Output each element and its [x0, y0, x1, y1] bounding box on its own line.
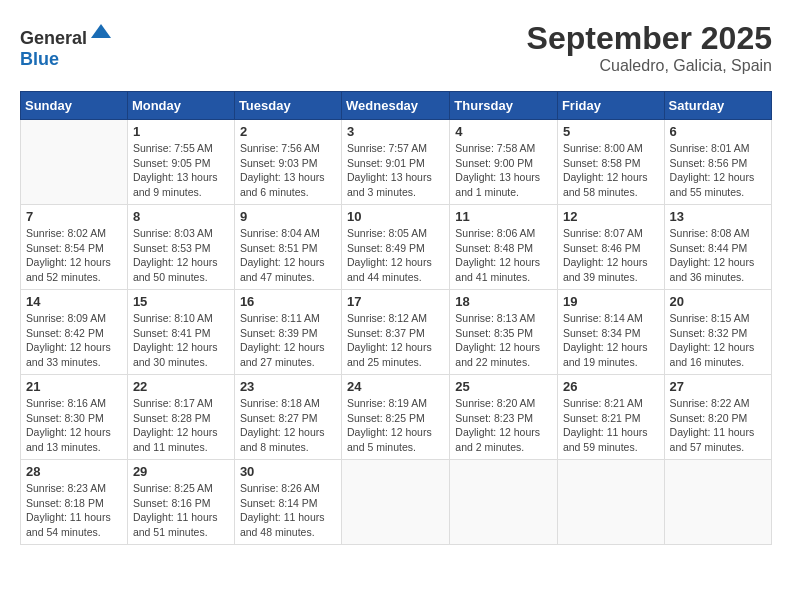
day-number: 27	[670, 379, 766, 394]
logo-icon	[89, 20, 113, 44]
day-info: Sunrise: 7:55 AMSunset: 9:05 PMDaylight:…	[133, 141, 229, 200]
day-number: 7	[26, 209, 122, 224]
calendar-cell: 6Sunrise: 8:01 AMSunset: 8:56 PMDaylight…	[664, 120, 771, 205]
day-number: 9	[240, 209, 336, 224]
day-number: 6	[670, 124, 766, 139]
calendar-cell: 17Sunrise: 8:12 AMSunset: 8:37 PMDayligh…	[342, 290, 450, 375]
day-number: 2	[240, 124, 336, 139]
page-header: General Blue September 2025 Cualedro, Ga…	[20, 20, 772, 75]
calendar-cell: 2Sunrise: 7:56 AMSunset: 9:03 PMDaylight…	[234, 120, 341, 205]
day-number: 28	[26, 464, 122, 479]
logo-blue: Blue	[20, 49, 59, 69]
day-info: Sunrise: 8:22 AMSunset: 8:20 PMDaylight:…	[670, 396, 766, 455]
calendar-cell: 3Sunrise: 7:57 AMSunset: 9:01 PMDaylight…	[342, 120, 450, 205]
day-number: 20	[670, 294, 766, 309]
day-number: 19	[563, 294, 659, 309]
day-number: 14	[26, 294, 122, 309]
month-title: September 2025	[527, 20, 772, 57]
week-row-4: 21Sunrise: 8:16 AMSunset: 8:30 PMDayligh…	[21, 375, 772, 460]
calendar-cell: 29Sunrise: 8:25 AMSunset: 8:16 PMDayligh…	[127, 460, 234, 545]
calendar-cell	[557, 460, 664, 545]
day-info: Sunrise: 8:13 AMSunset: 8:35 PMDaylight:…	[455, 311, 552, 370]
day-number: 12	[563, 209, 659, 224]
day-number: 24	[347, 379, 444, 394]
day-number: 1	[133, 124, 229, 139]
day-info: Sunrise: 8:04 AMSunset: 8:51 PMDaylight:…	[240, 226, 336, 285]
day-info: Sunrise: 8:23 AMSunset: 8:18 PMDaylight:…	[26, 481, 122, 540]
calendar-cell: 20Sunrise: 8:15 AMSunset: 8:32 PMDayligh…	[664, 290, 771, 375]
column-header-monday: Monday	[127, 92, 234, 120]
calendar-cell: 25Sunrise: 8:20 AMSunset: 8:23 PMDayligh…	[450, 375, 558, 460]
day-number: 17	[347, 294, 444, 309]
week-row-2: 7Sunrise: 8:02 AMSunset: 8:54 PMDaylight…	[21, 205, 772, 290]
calendar-cell: 1Sunrise: 7:55 AMSunset: 9:05 PMDaylight…	[127, 120, 234, 205]
day-number: 5	[563, 124, 659, 139]
week-row-5: 28Sunrise: 8:23 AMSunset: 8:18 PMDayligh…	[21, 460, 772, 545]
day-info: Sunrise: 7:56 AMSunset: 9:03 PMDaylight:…	[240, 141, 336, 200]
day-info: Sunrise: 8:01 AMSunset: 8:56 PMDaylight:…	[670, 141, 766, 200]
calendar-cell: 8Sunrise: 8:03 AMSunset: 8:53 PMDaylight…	[127, 205, 234, 290]
day-info: Sunrise: 8:16 AMSunset: 8:30 PMDaylight:…	[26, 396, 122, 455]
day-info: Sunrise: 8:18 AMSunset: 8:27 PMDaylight:…	[240, 396, 336, 455]
calendar-cell: 4Sunrise: 7:58 AMSunset: 9:00 PMDaylight…	[450, 120, 558, 205]
day-number: 21	[26, 379, 122, 394]
calendar-cell: 23Sunrise: 8:18 AMSunset: 8:27 PMDayligh…	[234, 375, 341, 460]
location: Cualedro, Galicia, Spain	[527, 57, 772, 75]
column-header-sunday: Sunday	[21, 92, 128, 120]
svg-marker-0	[91, 24, 111, 38]
calendar-cell: 30Sunrise: 8:26 AMSunset: 8:14 PMDayligh…	[234, 460, 341, 545]
calendar-cell: 5Sunrise: 8:00 AMSunset: 8:58 PMDaylight…	[557, 120, 664, 205]
day-number: 3	[347, 124, 444, 139]
column-header-thursday: Thursday	[450, 92, 558, 120]
day-info: Sunrise: 8:25 AMSunset: 8:16 PMDaylight:…	[133, 481, 229, 540]
day-number: 10	[347, 209, 444, 224]
calendar-cell: 21Sunrise: 8:16 AMSunset: 8:30 PMDayligh…	[21, 375, 128, 460]
day-number: 16	[240, 294, 336, 309]
day-info: Sunrise: 8:14 AMSunset: 8:34 PMDaylight:…	[563, 311, 659, 370]
day-info: Sunrise: 8:15 AMSunset: 8:32 PMDaylight:…	[670, 311, 766, 370]
day-number: 4	[455, 124, 552, 139]
title-area: September 2025 Cualedro, Galicia, Spain	[527, 20, 772, 75]
calendar-cell: 16Sunrise: 8:11 AMSunset: 8:39 PMDayligh…	[234, 290, 341, 375]
day-info: Sunrise: 8:08 AMSunset: 8:44 PMDaylight:…	[670, 226, 766, 285]
day-number: 11	[455, 209, 552, 224]
calendar-cell: 9Sunrise: 8:04 AMSunset: 8:51 PMDaylight…	[234, 205, 341, 290]
day-info: Sunrise: 8:20 AMSunset: 8:23 PMDaylight:…	[455, 396, 552, 455]
day-info: Sunrise: 8:26 AMSunset: 8:14 PMDaylight:…	[240, 481, 336, 540]
column-header-saturday: Saturday	[664, 92, 771, 120]
calendar-table: SundayMondayTuesdayWednesdayThursdayFrid…	[20, 91, 772, 545]
calendar-cell: 12Sunrise: 8:07 AMSunset: 8:46 PMDayligh…	[557, 205, 664, 290]
day-number: 26	[563, 379, 659, 394]
day-info: Sunrise: 8:10 AMSunset: 8:41 PMDaylight:…	[133, 311, 229, 370]
calendar-cell: 10Sunrise: 8:05 AMSunset: 8:49 PMDayligh…	[342, 205, 450, 290]
day-info: Sunrise: 8:09 AMSunset: 8:42 PMDaylight:…	[26, 311, 122, 370]
day-number: 15	[133, 294, 229, 309]
day-number: 23	[240, 379, 336, 394]
day-info: Sunrise: 7:58 AMSunset: 9:00 PMDaylight:…	[455, 141, 552, 200]
calendar-cell: 13Sunrise: 8:08 AMSunset: 8:44 PMDayligh…	[664, 205, 771, 290]
calendar-cell: 11Sunrise: 8:06 AMSunset: 8:48 PMDayligh…	[450, 205, 558, 290]
calendar-cell	[342, 460, 450, 545]
day-info: Sunrise: 8:05 AMSunset: 8:49 PMDaylight:…	[347, 226, 444, 285]
calendar-cell	[21, 120, 128, 205]
week-row-1: 1Sunrise: 7:55 AMSunset: 9:05 PMDaylight…	[21, 120, 772, 205]
calendar-cell	[450, 460, 558, 545]
day-number: 8	[133, 209, 229, 224]
calendar-cell: 15Sunrise: 8:10 AMSunset: 8:41 PMDayligh…	[127, 290, 234, 375]
day-info: Sunrise: 8:00 AMSunset: 8:58 PMDaylight:…	[563, 141, 659, 200]
column-header-friday: Friday	[557, 92, 664, 120]
day-number: 25	[455, 379, 552, 394]
calendar-cell: 19Sunrise: 8:14 AMSunset: 8:34 PMDayligh…	[557, 290, 664, 375]
header-row: SundayMondayTuesdayWednesdayThursdayFrid…	[21, 92, 772, 120]
day-info: Sunrise: 8:19 AMSunset: 8:25 PMDaylight:…	[347, 396, 444, 455]
calendar-cell	[664, 460, 771, 545]
logo: General Blue	[20, 20, 113, 70]
day-number: 18	[455, 294, 552, 309]
day-info: Sunrise: 8:02 AMSunset: 8:54 PMDaylight:…	[26, 226, 122, 285]
day-number: 29	[133, 464, 229, 479]
column-header-tuesday: Tuesday	[234, 92, 341, 120]
day-info: Sunrise: 8:03 AMSunset: 8:53 PMDaylight:…	[133, 226, 229, 285]
day-info: Sunrise: 8:12 AMSunset: 8:37 PMDaylight:…	[347, 311, 444, 370]
day-info: Sunrise: 8:11 AMSunset: 8:39 PMDaylight:…	[240, 311, 336, 370]
day-info: Sunrise: 8:17 AMSunset: 8:28 PMDaylight:…	[133, 396, 229, 455]
